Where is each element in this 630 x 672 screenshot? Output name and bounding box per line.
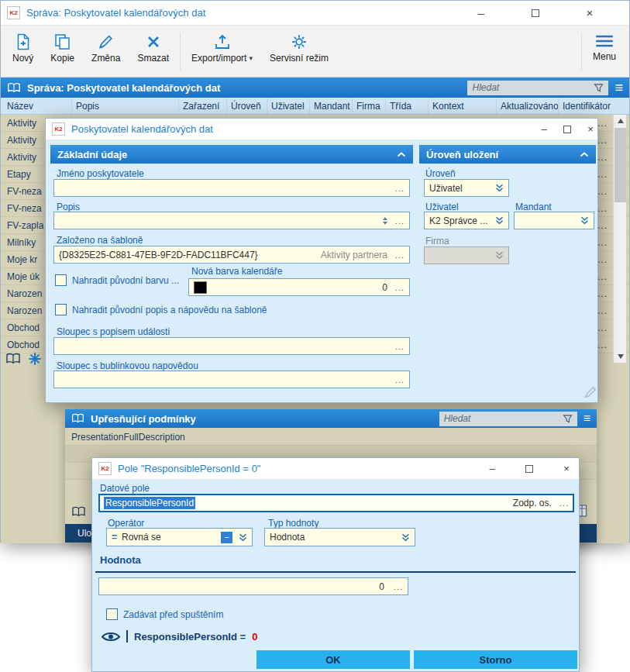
export-import-button[interactable]: Export/import▾ xyxy=(183,30,261,67)
level-section-header[interactable]: Úroveň uložení xyxy=(419,145,596,164)
copy-button-label: Kopie xyxy=(50,53,74,64)
tooltip-column-field[interactable]: ... xyxy=(53,370,410,388)
data-field-input[interactable]: ResponsiblePersonId Zodp. os. ... xyxy=(98,494,574,512)
value-type-combo[interactable]: Hodnota xyxy=(264,528,415,546)
row-name: FV-zapla xyxy=(1,220,43,231)
color-swatch[interactable] xyxy=(194,281,207,294)
column-header[interactable]: Zařazení xyxy=(179,98,227,114)
scroll-thumb[interactable] xyxy=(615,128,626,202)
chevron-up-icon[interactable] xyxy=(580,152,589,157)
ellipsis-button[interactable]: ... xyxy=(395,250,405,260)
provider-name-field[interactable]: ... xyxy=(53,179,410,197)
ok-button[interactable]: OK xyxy=(256,650,410,669)
replace-description-checkbox[interactable] xyxy=(55,304,67,315)
column-header[interactable]: Identifikátor xyxy=(559,98,625,114)
list-header-bar: Správa: Poskytovatel kalendářových dat H… xyxy=(1,78,629,98)
ellipsis-button[interactable]: ... xyxy=(394,582,403,591)
menu-button[interactable]: Menu xyxy=(584,30,625,65)
close-button[interactable]: × xyxy=(574,1,605,25)
new-button[interactable]: Nový xyxy=(4,30,42,67)
main-titlebar[interactable]: K2 Správa: Poskytovatel kalendářových da… xyxy=(1,1,629,26)
service-mode-button[interactable]: Servisní režim xyxy=(261,30,337,67)
change-button[interactable]: Změna xyxy=(83,30,129,67)
panel-menu-icon[interactable]: ≡ xyxy=(615,81,623,95)
copy-button[interactable]: Kopie xyxy=(42,30,83,67)
close-button[interactable]: × xyxy=(553,458,580,479)
template-guid: {D8325E25-C881-47EB-9F2D-FADC11BFC447} xyxy=(59,250,258,260)
template-ref: Aktivity partnera xyxy=(321,250,387,260)
export-import-label: Export/import xyxy=(191,53,246,64)
chevron-up-icon[interactable] xyxy=(397,152,406,157)
scroll-up-arrow[interactable] xyxy=(614,115,627,127)
vertical-scrollbar[interactable] xyxy=(613,115,626,363)
column-header[interactable]: Uživatel xyxy=(267,98,310,114)
ellipsis-button[interactable]: ... xyxy=(395,342,405,351)
event-description-column-field[interactable]: ... xyxy=(53,337,410,355)
firm-combo[interactable] xyxy=(424,246,509,264)
column-header[interactable]: Popis xyxy=(72,98,179,114)
row-name: Aktivity xyxy=(1,135,36,146)
main-toolbar: Nový Kopie Změna Smazat Export/import▾ xyxy=(1,26,629,78)
minimize-button[interactable]: – xyxy=(478,458,506,479)
column-header[interactable]: Kontext xyxy=(429,98,497,114)
ellipsis-button[interactable]: ... xyxy=(395,283,405,292)
triangle-down-icon xyxy=(618,354,624,359)
spin-up-icon xyxy=(383,217,387,220)
delete-button-label: Smazat xyxy=(137,53,169,64)
scroll-down-arrow[interactable] xyxy=(614,350,627,363)
data-field-value: ResponsiblePersonId xyxy=(104,497,195,509)
column-header[interactable]: Firma xyxy=(353,98,386,114)
minimize-button[interactable]: – xyxy=(466,1,497,25)
column-header[interactable]: Aktualizováno xyxy=(497,98,559,114)
description-label: Popis xyxy=(57,202,80,212)
description-field[interactable]: ... xyxy=(53,212,410,229)
gear-icon xyxy=(291,33,308,50)
mandant-combo[interactable] xyxy=(514,212,594,229)
minus-box-icon[interactable]: − xyxy=(221,532,232,543)
close-button[interactable]: × xyxy=(580,119,601,140)
column-header[interactable]: Třída xyxy=(386,98,429,114)
level-combo[interactable]: Uživatel xyxy=(424,179,509,197)
k2-logo-icon: K2 xyxy=(7,6,20,19)
column-header[interactable]: Úroveň xyxy=(227,98,267,114)
maximize-button[interactable] xyxy=(520,1,551,25)
ellipsis-button[interactable]: ... xyxy=(395,375,405,384)
new-document-icon xyxy=(15,33,31,50)
minimize-button[interactable]: – xyxy=(534,119,554,140)
field-dialog-titlebar[interactable]: K2 Pole "ResponsiblePersonId = 0" – × xyxy=(92,458,579,480)
ellipsis-button[interactable]: ... xyxy=(559,498,569,508)
ellipsis-button[interactable]: ... xyxy=(395,216,405,226)
column-header[interactable]: Název xyxy=(1,98,72,114)
maximize-button[interactable] xyxy=(557,119,577,140)
dropdown-chevrons-icon xyxy=(495,216,504,225)
operator-combo[interactable]: = Rovná se − xyxy=(106,528,253,546)
maximize-button[interactable] xyxy=(515,458,543,479)
book-icon[interactable] xyxy=(5,353,21,365)
storno-button[interactable]: Storno xyxy=(414,650,577,669)
k2-logo-icon: K2 xyxy=(52,122,65,136)
value-field[interactable]: 0 ... xyxy=(98,577,408,595)
prompt-before-run-checkbox[interactable] xyxy=(106,608,118,620)
conditions-search-input[interactable]: Hledat xyxy=(439,412,577,426)
dropdown-chevrons-icon xyxy=(401,533,410,542)
template-field[interactable]: {D8325E25-C881-47EB-9F2D-FADC11BFC447} A… xyxy=(53,246,410,264)
replace-color-checkbox[interactable] xyxy=(55,274,67,286)
condition-row[interactable]: PresentationFullDescription xyxy=(65,429,597,446)
asterisk-gear-icon[interactable] xyxy=(28,352,42,366)
toolbar-separator xyxy=(581,33,582,71)
book-icon xyxy=(71,413,84,424)
eye-icon[interactable] xyxy=(102,631,120,643)
column-header[interactable]: Mandant xyxy=(310,98,353,114)
level-section-title: Úroveň uložení xyxy=(426,149,498,160)
resize-edit-icon[interactable] xyxy=(584,385,597,399)
user-combo[interactable]: K2 Správce ... xyxy=(424,212,509,229)
book-icon[interactable] xyxy=(71,506,86,518)
basic-section-header[interactable]: Základní údaje xyxy=(50,145,413,164)
delete-button[interactable]: Smazat xyxy=(129,30,177,67)
search-input[interactable]: Hledat xyxy=(467,81,608,95)
ellipsis-button[interactable]: ... xyxy=(395,184,405,193)
new-color-field[interactable]: 0 ... xyxy=(188,278,410,296)
panel-menu-icon[interactable]: ≡ xyxy=(584,412,590,425)
provider-dialog-titlebar[interactable]: K2 Poskytovatel kalendářových dat – × xyxy=(46,119,597,140)
spinner-control[interactable] xyxy=(383,217,387,225)
